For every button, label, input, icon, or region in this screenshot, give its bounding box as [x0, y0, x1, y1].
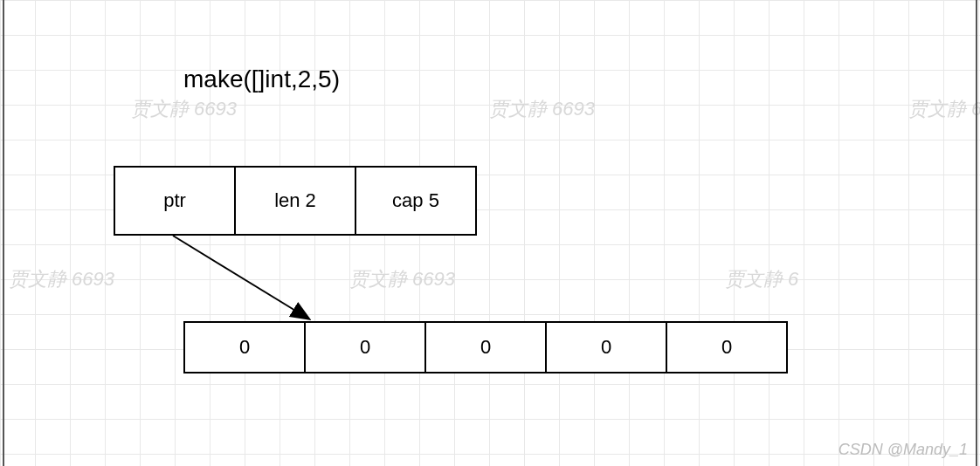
- slice-ptr-cell: ptr: [114, 166, 236, 236]
- backing-array-row: 0 0 0 0 0: [183, 321, 788, 373]
- credit-watermark: CSDN @Mandy_1: [839, 441, 968, 459]
- watermark: 贾文静 6693: [489, 96, 595, 122]
- array-cell: 0: [183, 321, 306, 373]
- array-cell: 0: [666, 321, 788, 373]
- array-cell: 0: [304, 321, 426, 373]
- watermark: 贾文静 6693: [9, 266, 114, 292]
- pointer-arrow: [170, 236, 328, 327]
- array-cell: 0: [545, 321, 667, 373]
- svg-line-1: [173, 236, 308, 319]
- array-cell: 0: [424, 321, 547, 373]
- watermark: 贾文静 6693: [908, 96, 980, 122]
- slice-len-cell: len 2: [234, 166, 356, 236]
- page-border-right: [976, 0, 977, 466]
- page-border-left: [3, 0, 4, 466]
- watermark: 贾文静 6693: [349, 266, 455, 292]
- diagram-title: make([]int,2,5): [183, 65, 340, 93]
- slice-cap-cell: cap 5: [355, 166, 477, 236]
- watermark: 贾文静 6: [725, 266, 798, 292]
- slice-header-row: ptr len 2 cap 5: [114, 166, 477, 236]
- watermark: 贾文静 6693: [131, 96, 237, 122]
